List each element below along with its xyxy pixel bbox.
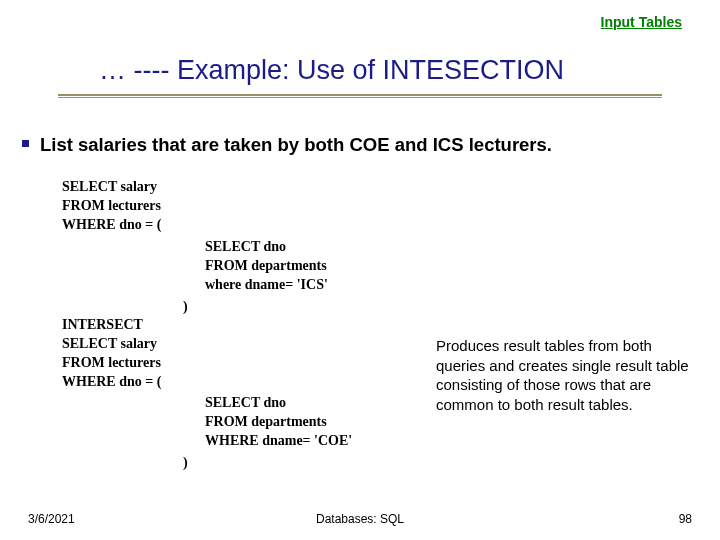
- sql-intersect-block: INTERSECT SELECT salary FROM lecturers W…: [62, 316, 161, 392]
- title-underline: [58, 94, 662, 98]
- input-tables-link[interactable]: Input Tables: [601, 14, 682, 30]
- sql-subquery-coe: SELECT dno FROM departments WHERE dname=…: [205, 394, 352, 451]
- slide-title: … ---- Example: Use of INTESECTION: [99, 55, 564, 86]
- sql-close-paren-1: ): [183, 298, 188, 317]
- sql-select-outer-1: SELECT salary FROM lecturers WHERE dno =…: [62, 178, 161, 235]
- explanation-text: Produces result tables from both queries…: [436, 336, 692, 414]
- body-text: List salaries that are taken by both COE…: [40, 134, 552, 156]
- footer-page-number: 98: [679, 512, 692, 526]
- sql-close-paren-2: ): [183, 454, 188, 473]
- bullet-icon: [22, 140, 29, 147]
- sql-subquery-ics: SELECT dno FROM departments where dname=…: [205, 238, 328, 295]
- footer-center: Databases: SQL: [0, 512, 720, 526]
